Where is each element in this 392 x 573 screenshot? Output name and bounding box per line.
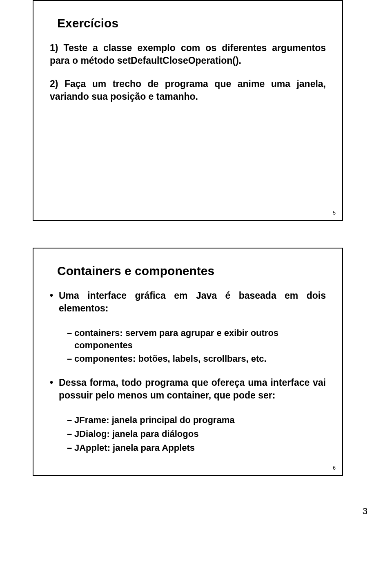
bullet-level2: – componentes: botões, labels, scrollbar… <box>67 353 326 365</box>
bullet-dash-icon: – <box>67 327 74 351</box>
bullet-level1: • Dessa forma, todo programa que ofereça… <box>50 376 326 402</box>
slide-title: Containers e componentes <box>57 264 326 278</box>
slide-number: 5 <box>333 210 336 216</box>
bullet-text: containers: servem para agrupar e exibir… <box>74 327 326 351</box>
bullet-level2: – containers: servem para agrupar e exib… <box>67 327 326 351</box>
bullet-dash-icon: – <box>67 442 74 454</box>
bullet-text: componentes: botões, labels, scrollbars,… <box>74 353 326 365</box>
bullet-level2: – JFrame: janela principal do programa <box>67 414 326 426</box>
bullet-level2: – JDialog: janela para diálogos <box>67 428 326 440</box>
bullet-text: Uma interface gráfica em Java é baseada … <box>59 289 326 315</box>
bullet-dot-icon: • <box>50 289 59 315</box>
exercise-2: 2) Faça um trecho de programa que anime … <box>50 78 326 103</box>
bullet-text: JDialog: janela para diálogos <box>74 428 326 440</box>
page-number: 3 <box>363 506 368 517</box>
bullet-dash-icon: – <box>67 428 74 440</box>
bullet-text: JApplet: janela para Applets <box>74 442 326 454</box>
bullet-level1: • Uma interface gráfica em Java é basead… <box>50 289 326 315</box>
slide-exercicios: Exercícios 1) Teste a classe exemplo com… <box>33 0 343 221</box>
bullet-level2: – JApplet: janela para Applets <box>67 442 326 454</box>
bullet-text: JFrame: janela principal do programa <box>74 414 326 426</box>
bullet-dash-icon: – <box>67 353 74 365</box>
exercise-1: 1) Teste a classe exemplo com os diferen… <box>50 42 326 67</box>
document-page: Exercícios 1) Teste a classe exemplo com… <box>0 0 392 519</box>
slide-number: 6 <box>333 465 336 471</box>
bullet-text: Dessa forma, todo programa que ofereça u… <box>59 376 326 402</box>
slide-title: Exercícios <box>57 16 326 30</box>
slide-containers: Containers e componentes • Uma interface… <box>33 248 343 476</box>
bullet-dash-icon: – <box>67 414 74 426</box>
bullet-dot-icon: • <box>50 376 59 402</box>
